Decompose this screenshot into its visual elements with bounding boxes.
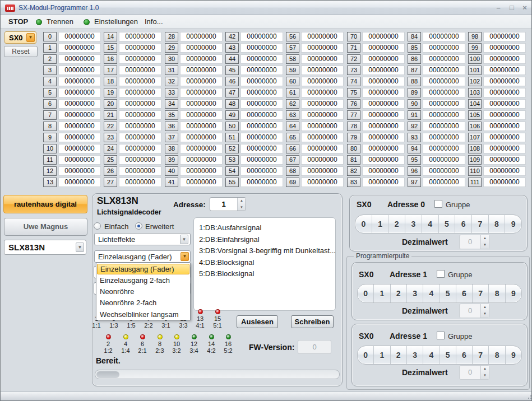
register-value-2[interactable]: 00000000 bbox=[58, 54, 101, 64]
reset-button[interactable]: Reset bbox=[4, 46, 38, 57]
register-value-46[interactable]: 00000000 bbox=[240, 77, 283, 86]
register-value-77[interactable]: 00000000 bbox=[362, 110, 405, 120]
register-value-25[interactable]: 00000000 bbox=[119, 155, 161, 165]
pult-digit-button-2[interactable]: 2 bbox=[391, 346, 407, 364]
register-value-19[interactable]: 00000000 bbox=[119, 88, 161, 97]
pult-2-gruppe-checkbox[interactable] bbox=[437, 332, 445, 339]
register-value-21[interactable]: 00000000 bbox=[119, 110, 161, 120]
register-value-90[interactable]: 00000000 bbox=[423, 99, 465, 109]
register-value-73[interactable]: 00000000 bbox=[362, 66, 405, 75]
pult-digit-button-7[interactable]: 7 bbox=[472, 215, 489, 233]
register-value-62[interactable]: 00000000 bbox=[301, 99, 344, 109]
maximize-icon[interactable]: □ bbox=[506, 3, 517, 12]
spin-down-icon[interactable]: ▼ bbox=[481, 372, 489, 379]
signal-list-item[interactable]: 4:DB:Blocksignal bbox=[199, 257, 335, 269]
register-value-57[interactable]: 00000000 bbox=[301, 43, 344, 53]
read-button[interactable]: Auslesen bbox=[237, 315, 278, 328]
register-value-29[interactable]: 00000000 bbox=[180, 43, 223, 53]
pult-digit-button-3[interactable]: 3 bbox=[407, 346, 423, 364]
register-value-54[interactable]: 00000000 bbox=[240, 166, 283, 176]
register-value-55[interactable]: 00000000 bbox=[240, 178, 283, 187]
register-value-101[interactable]: 00000000 bbox=[483, 66, 526, 75]
spin-up-icon[interactable]: ▲ bbox=[238, 198, 246, 204]
signal-list-item[interactable]: 3:DB:Vorsignal 3-begriffig mit Dunkeltas… bbox=[199, 245, 335, 257]
register-value-52[interactable]: 00000000 bbox=[240, 144, 283, 153]
spin-down-icon[interactable]: ▼ bbox=[481, 242, 489, 249]
register-value-3[interactable]: 00000000 bbox=[58, 66, 101, 75]
register-value-14[interactable]: 00000000 bbox=[119, 32, 161, 41]
pult-digit-button-9[interactable]: 9 bbox=[506, 346, 521, 364]
register-value-96[interactable]: 00000000 bbox=[423, 166, 465, 176]
chevron-down-icon[interactable]: ▼ bbox=[26, 33, 35, 42]
register-value-81[interactable]: 00000000 bbox=[362, 155, 405, 165]
signal-listbox[interactable]: 1:DB:Ausfahrsignal2:DB:Einfahrsignal3:DB… bbox=[193, 217, 336, 311]
pult-1-decimal-stepper[interactable]: 0 ▲▼ bbox=[459, 304, 489, 318]
pult-digit-button-1[interactable]: 1 bbox=[374, 346, 390, 364]
register-value-64[interactable]: 00000000 bbox=[301, 122, 344, 131]
effect-select[interactable]: Einzelausgang (Fader) ▼ bbox=[94, 250, 191, 263]
register-value-15[interactable]: 00000000 bbox=[119, 43, 161, 53]
pult-digit-button-3[interactable]: 3 bbox=[405, 215, 422, 233]
pult-0-gruppe-checkbox[interactable] bbox=[434, 200, 442, 208]
register-value-16[interactable]: 00000000 bbox=[119, 54, 161, 64]
register-value-18[interactable]: 00000000 bbox=[119, 77, 161, 86]
register-value-78[interactable]: 00000000 bbox=[362, 122, 405, 131]
pult-digit-button-0[interactable]: 0 bbox=[358, 346, 374, 364]
register-value-37[interactable]: 00000000 bbox=[180, 133, 223, 142]
register-value-43[interactable]: 00000000 bbox=[240, 43, 283, 53]
register-value-83[interactable]: 00000000 bbox=[362, 178, 405, 187]
write-button[interactable]: Schreiben bbox=[291, 315, 334, 328]
close-icon[interactable]: × bbox=[519, 3, 530, 12]
register-value-99[interactable]: 00000000 bbox=[483, 43, 526, 53]
register-value-85[interactable]: 00000000 bbox=[423, 43, 465, 53]
menu-info[interactable]: Info... bbox=[145, 17, 163, 26]
register-value-108[interactable]: 00000000 bbox=[483, 144, 526, 153]
pult-digit-button-6[interactable]: 6 bbox=[455, 215, 472, 233]
pult-digit-button-9[interactable]: 9 bbox=[505, 215, 521, 233]
register-value-5[interactable]: 00000000 bbox=[58, 88, 101, 97]
pult-digit-button-4[interactable]: 4 bbox=[423, 285, 440, 302]
register-value-88[interactable]: 00000000 bbox=[423, 77, 465, 86]
pult-digit-button-7[interactable]: 7 bbox=[473, 285, 489, 302]
bus-select[interactable]: SX0 ▼ bbox=[4, 31, 36, 44]
register-value-68[interactable]: 00000000 bbox=[301, 166, 344, 176]
register-value-95[interactable]: 00000000 bbox=[423, 155, 465, 165]
register-value-27[interactable]: 00000000 bbox=[119, 178, 161, 187]
register-value-36[interactable]: 00000000 bbox=[180, 122, 223, 131]
register-value-74[interactable]: 00000000 bbox=[362, 77, 405, 86]
spin-down-icon[interactable]: ▼ bbox=[238, 204, 246, 211]
register-value-102[interactable]: 00000000 bbox=[483, 77, 526, 86]
register-value-35[interactable]: 00000000 bbox=[180, 110, 223, 120]
register-value-91[interactable]: 00000000 bbox=[423, 110, 465, 120]
register-value-80[interactable]: 00000000 bbox=[362, 144, 405, 153]
register-value-50[interactable]: 00000000 bbox=[240, 122, 283, 131]
effect-option[interactable]: Einzelausgang (Fader) bbox=[97, 264, 189, 274]
register-value-82[interactable]: 00000000 bbox=[362, 166, 405, 176]
chevron-down-icon[interactable]: ▼ bbox=[180, 235, 188, 244]
register-value-89[interactable]: 00000000 bbox=[423, 88, 465, 97]
register-value-23[interactable]: 00000000 bbox=[119, 133, 161, 142]
register-value-28[interactable]: 00000000 bbox=[180, 32, 223, 41]
register-value-58[interactable]: 00000000 bbox=[301, 54, 344, 64]
effect-dropdown-list[interactable]: Einzelausgang (Fader)Einzelausgang 2-fac… bbox=[96, 263, 191, 320]
spin-up-icon[interactable]: ▲ bbox=[481, 366, 489, 372]
register-value-94[interactable]: 00000000 bbox=[423, 144, 465, 153]
register-value-13[interactable]: 00000000 bbox=[58, 178, 101, 187]
register-value-30[interactable]: 00000000 bbox=[180, 54, 223, 64]
register-value-56[interactable]: 00000000 bbox=[301, 32, 344, 41]
register-value-92[interactable]: 00000000 bbox=[423, 122, 465, 131]
register-value-63[interactable]: 00000000 bbox=[301, 110, 344, 120]
register-value-7[interactable]: 00000000 bbox=[58, 110, 101, 120]
resize-grip-icon[interactable] bbox=[528, 398, 529, 399]
register-value-61[interactable]: 00000000 bbox=[301, 88, 344, 97]
chevron-down-icon[interactable]: ▼ bbox=[76, 243, 84, 252]
spin-up-icon[interactable]: ▲ bbox=[481, 304, 489, 311]
effect-option[interactable]: Neonröhre 2-fach bbox=[96, 297, 190, 309]
register-value-111[interactable]: 00000000 bbox=[483, 178, 526, 187]
register-value-97[interactable]: 00000000 bbox=[423, 178, 465, 187]
register-value-110[interactable]: 00000000 bbox=[483, 166, 526, 176]
pult-digit-button-2[interactable]: 2 bbox=[391, 285, 407, 302]
register-value-98[interactable]: 00000000 bbox=[483, 32, 526, 41]
register-value-9[interactable]: 00000000 bbox=[58, 133, 101, 142]
register-value-8[interactable]: 00000000 bbox=[58, 122, 101, 131]
